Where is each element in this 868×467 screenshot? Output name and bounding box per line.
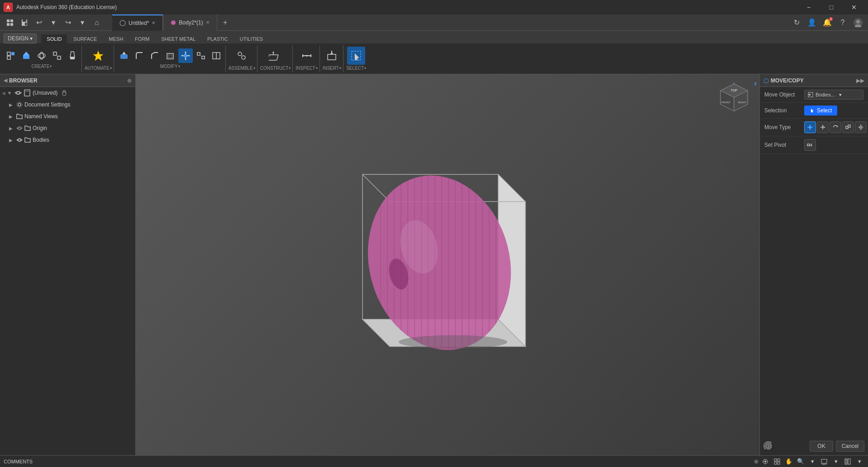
origin-arrow[interactable]: ▶ [9, 126, 14, 131]
move-type-rotate[interactable] [830, 121, 841, 133]
assemble-arrow[interactable]: ▾ [253, 66, 255, 70]
visual-style-dropdown[interactable]: ▾ [854, 457, 864, 467]
align-button[interactable] [194, 48, 208, 63]
redo-button[interactable]: ↪ [62, 16, 74, 29]
help-button[interactable]: ? [836, 16, 849, 29]
viewcube[interactable]: TOP FRONT RIGHT Z Z [716, 82, 752, 118]
extrude-button[interactable] [19, 48, 33, 63]
split-face-button[interactable] [209, 48, 224, 63]
press-pull-button[interactable] [117, 48, 131, 63]
browser-item-bodies[interactable]: ▶ Bodies [0, 134, 135, 146]
bodies-arrow[interactable]: ▶ [9, 138, 14, 143]
move-type-translate[interactable] [817, 121, 829, 133]
tab-utilities[interactable]: UTILITIES [234, 34, 268, 43]
root-arrow[interactable]: ▼ [7, 91, 13, 96]
move-object-label: Move Object [764, 91, 801, 98]
measure-button[interactable] [298, 47, 316, 65]
browser-item-named-views[interactable]: ▶ Named Views [0, 111, 135, 122]
chamfer-button[interactable] [148, 48, 162, 63]
move-button[interactable] [178, 48, 193, 63]
doc-settings-arrow[interactable]: ▶ [9, 102, 14, 107]
refresh-button[interactable]: ↻ [790, 16, 803, 29]
svg-marker-24 [70, 52, 75, 57]
zoom-dropdown[interactable]: ▾ [807, 457, 817, 467]
minimize-button[interactable]: − [798, 0, 819, 14]
display-button[interactable] [819, 457, 829, 467]
tab-solid[interactable]: SOLID [41, 34, 67, 43]
notifications-button[interactable]: 🔔 1 [821, 16, 834, 29]
automate-arrow[interactable]: ▾ [110, 66, 112, 70]
panel-expand-button[interactable]: ▶▶ [856, 77, 864, 84]
insert-button[interactable] [323, 47, 341, 65]
insert-arrow[interactable]: ▾ [339, 66, 341, 70]
shell-button[interactable] [163, 48, 177, 63]
pan-button[interactable]: ✋ [784, 457, 794, 467]
sweep-button[interactable] [50, 48, 64, 63]
svg-rect-14 [7, 52, 10, 55]
eye-icon-origin[interactable] [16, 125, 23, 131]
comments-expand-button[interactable]: ⊕ [754, 458, 758, 465]
browser-back-icon[interactable]: ◀ [4, 77, 7, 83]
tab-surface[interactable]: SURFACE [68, 34, 102, 43]
snap-button[interactable] [760, 457, 770, 467]
move-type-free[interactable] [804, 121, 816, 133]
account-button[interactable]: 👤 [806, 16, 818, 29]
offset-plane-button[interactable] [266, 47, 284, 65]
move-type-mirror[interactable] [855, 121, 867, 133]
create-arrow[interactable]: ▾ [50, 64, 52, 68]
tab-untitled[interactable]: Untitled* ✕ [112, 14, 163, 31]
user-button[interactable] [852, 16, 864, 29]
move-type-scale[interactable] [842, 121, 854, 133]
undo-arrow-button[interactable]: ▾ [47, 16, 60, 29]
inspect-arrow[interactable]: ▾ [316, 66, 318, 70]
close-button[interactable]: ✕ [844, 0, 864, 14]
tab-close-untitled[interactable]: ✕ [152, 20, 155, 25]
fillet-button[interactable] [132, 48, 147, 63]
pivot-button[interactable] [804, 139, 816, 151]
select-button-panel[interactable]: Select [804, 106, 837, 116]
new-tab-button[interactable]: + [219, 16, 232, 29]
grid-menu-button[interactable] [4, 16, 16, 29]
cancel-button[interactable]: Cancel [836, 441, 864, 452]
viewport[interactable]: TOP FRONT RIGHT Z Z [136, 74, 759, 455]
named-views-arrow[interactable]: ▶ [9, 114, 14, 119]
move-object-dropdown[interactable]: Bodies... ▾ [804, 90, 863, 100]
tab-close-body2[interactable]: ✕ [206, 20, 210, 25]
zoom-button[interactable]: 🔍 [796, 457, 806, 467]
select-button[interactable] [347, 47, 365, 65]
redo-arrow-button[interactable]: ▾ [76, 16, 89, 29]
maximize-button[interactable]: □ [821, 0, 842, 14]
ok-button[interactable]: OK [810, 441, 833, 452]
modify-arrow[interactable]: ▾ [178, 64, 180, 68]
tab-plastic[interactable]: PLASTIC [202, 34, 234, 43]
tab-mesh[interactable]: MESH [103, 34, 129, 43]
browser-item-doc-settings[interactable]: ▶ Document Settings [0, 99, 135, 111]
new-component-button[interactable] [4, 48, 18, 63]
construct-label: CONSTRUCT [260, 66, 289, 71]
tab-sheet-metal[interactable]: SHEET METAL [156, 34, 201, 43]
save-button[interactable] [18, 16, 31, 29]
browser-close-button[interactable]: ⊕ [127, 77, 132, 84]
root-collapse-icon[interactable]: ◀ [2, 91, 5, 96]
home-button[interactable]: ⌂ [91, 16, 103, 29]
design-dropdown-button[interactable]: DESIGN ▾ [4, 34, 37, 43]
browser-item-root[interactable]: ◀ ▼ (Unsaved) [0, 87, 135, 99]
undo-button[interactable]: ↩ [33, 16, 45, 29]
info-button[interactable]: ⓘ [763, 441, 773, 451]
automate-button[interactable] [89, 47, 107, 65]
eye-icon-root[interactable] [14, 89, 22, 96]
loft-button[interactable] [65, 48, 80, 63]
tab-body2[interactable]: Body2*(1) ✕ [163, 14, 217, 31]
browser-item-origin[interactable]: ▶ Origin [0, 122, 135, 134]
display-dropdown[interactable]: ▾ [831, 457, 841, 467]
modify-group: MODIFY ▾ [115, 45, 226, 72]
select-arrow[interactable]: ▾ [364, 66, 366, 70]
revolve-button[interactable] [34, 48, 49, 63]
eye-icon-bodies[interactable] [16, 137, 23, 143]
grid-button[interactable] [772, 457, 782, 467]
construct-arrow[interactable]: ▾ [289, 66, 291, 70]
doc-settings-label: Document Settings [24, 101, 70, 108]
tab-form[interactable]: FORM [129, 34, 155, 43]
joint-button[interactable] [233, 47, 251, 65]
visual-style-button[interactable] [843, 457, 853, 467]
